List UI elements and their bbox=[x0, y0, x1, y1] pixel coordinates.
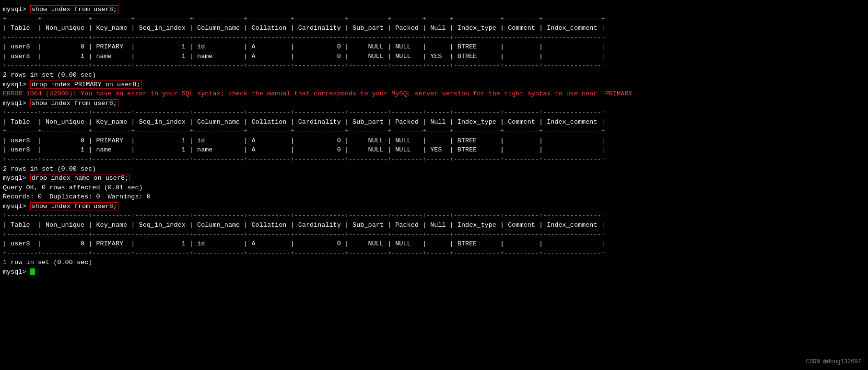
command: show index from user8; bbox=[30, 99, 118, 107]
terminal-line: | Table | Non_unique | Key_name | Seq_in… bbox=[3, 117, 865, 127]
terminal-line: mysql> show index from user8; bbox=[3, 99, 865, 108]
terminal-line: 2 rows in set (0.00 sec) bbox=[3, 164, 865, 174]
terminal-line: 2 rows in set (0.00 sec) bbox=[3, 70, 865, 80]
terminal-line: | Table | Non_unique | Key_name | Seq_in… bbox=[3, 23, 865, 33]
terminal-line: 1 row in set (0.00 sec) bbox=[3, 258, 865, 267]
terminal-line: +--------+------------+----------+------… bbox=[3, 155, 865, 164]
terminal-line: | user8 | 0 | PRIMARY | 1 | id | A | 0 |… bbox=[3, 239, 865, 249]
terminal-line: +--------+------------+----------+------… bbox=[3, 211, 865, 220]
command: show index from user8; bbox=[30, 202, 118, 210]
prompt: mysql> bbox=[3, 174, 30, 182]
terminal-line: | user8 | 0 | PRIMARY | 1 | id | A | 0 |… bbox=[3, 136, 865, 146]
command: drop index name on user8; bbox=[30, 174, 130, 182]
terminal-line: Query OK, 0 rows affected (0.01 sec) bbox=[3, 183, 865, 193]
terminal-line: mysql> drop index name on user8; bbox=[3, 173, 865, 183]
command: drop index PRIMARY on user8; bbox=[30, 81, 142, 89]
terminal-line: mysql> bbox=[3, 267, 865, 277]
cursor bbox=[30, 268, 35, 275]
terminal-line: mysql> show index from user8; bbox=[3, 202, 865, 211]
prompt: mysql> bbox=[3, 81, 30, 88]
command: show index from user8; bbox=[30, 5, 118, 13]
terminal-line: mysql> drop index PRIMARY on user8; bbox=[3, 80, 865, 90]
terminal-line: ERROR 1064 (42000): You have an error in… bbox=[3, 89, 865, 99]
terminal-line: +--------+------------+----------+------… bbox=[3, 249, 865, 258]
terminal-line: +--------+------------+----------+------… bbox=[3, 33, 865, 43]
terminal-line: +--------+------------+----------+------… bbox=[3, 127, 865, 136]
terminal-line: | user8 | 1 | name | 1 | name | A | 0 | … bbox=[3, 52, 865, 61]
prompt: mysql> bbox=[3, 100, 30, 107]
watermark: CSDN @dong132697 bbox=[806, 358, 861, 366]
terminal-line: | user8 | 1 | name | 1 | name | A | 0 | … bbox=[3, 145, 865, 155]
prompt: mysql> bbox=[3, 203, 30, 210]
terminal-line: mysql> show index from user8; bbox=[3, 5, 865, 14]
terminal-line: | user8 | 0 | PRIMARY | 1 | id | A | 0 |… bbox=[3, 42, 865, 52]
terminal-line: +--------+------------+----------+------… bbox=[3, 61, 865, 70]
terminal-line: +--------+------------+----------+------… bbox=[3, 108, 865, 117]
terminal-line: Records: 0 Duplicates: 0 Warnings: 0 bbox=[3, 192, 865, 202]
terminal: mysql> show index from user8;+--------+-… bbox=[2, 3, 866, 367]
prompt: mysql> bbox=[3, 268, 30, 276]
terminal-line: +--------+------------+----------+------… bbox=[3, 14, 865, 24]
terminal-line: | Table | Non_unique | Key_name | Seq_in… bbox=[3, 220, 865, 230]
terminal-line: +--------+------------+----------+------… bbox=[3, 230, 865, 240]
prompt: mysql> bbox=[3, 6, 30, 13]
